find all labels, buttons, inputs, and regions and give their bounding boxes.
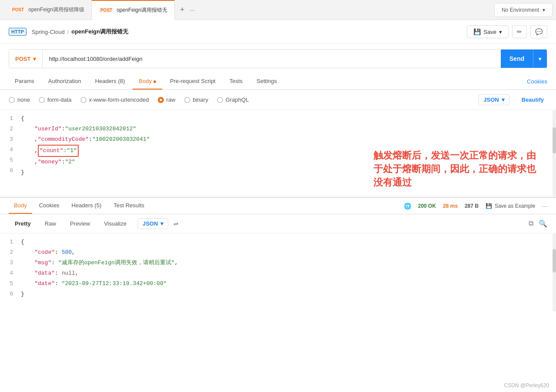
beautify-button[interactable]: Beautify <box>518 95 547 105</box>
body-graphql-label: GraphQL <box>226 96 249 103</box>
new-tab-button[interactable]: + <box>180 5 185 14</box>
body-formdata-label: form-data <box>47 96 72 103</box>
radio-binary <box>184 97 190 103</box>
send-label: Send <box>509 55 524 62</box>
body-urlencoded-option[interactable]: x-www-form-urlencoded <box>80 96 149 103</box>
tab-more-button[interactable]: ··· <box>190 7 195 13</box>
resp-code-line-2: "code": 500, <box>21 247 556 258</box>
globe-icon: 🌐 <box>404 203 411 209</box>
wrap-lines-icon[interactable]: ⇌ <box>173 220 179 227</box>
save-example-button[interactable]: 💾 Save as Example <box>486 203 535 209</box>
copy-button[interactable]: ⧉ <box>529 219 533 228</box>
tab-params[interactable]: Params <box>9 73 40 90</box>
breadcrumb: Spring-Cloud / openFeign调用报错无 <box>32 28 128 36</box>
tab-tests[interactable]: Tests <box>223 73 249 90</box>
body-binary-option[interactable]: binary <box>184 96 208 103</box>
line-num-6: 6 <box>4 166 13 176</box>
response-meta: 🌐 200 OK 28 ms 287 B 💾 Save as Example ·… <box>404 203 547 209</box>
breadcrumb-current: openFeign调用报错无 <box>71 28 128 36</box>
edit-icon: ✏ <box>517 28 522 35</box>
code-line-3: ,"commodityCode":"100202003032041" <box>21 134 556 145</box>
code-content[interactable]: { "userId":"user202103032042012" ,"commo… <box>17 113 556 193</box>
method-select[interactable]: POST ▾ <box>9 50 43 68</box>
resp-visualize-tab[interactable]: Visualize <box>98 218 133 229</box>
response-size: 287 B <box>465 203 479 209</box>
tab-label-2: openFeign调用报错无 <box>117 7 167 14</box>
tab-authorization[interactable]: Authorization <box>42 73 87 90</box>
resp-line-num-3: 3 <box>4 258 13 268</box>
tab-prerequest[interactable]: Pre-request Script <box>164 73 222 90</box>
tab-actions: + ··· <box>175 5 200 14</box>
line-num-5: 5 <box>4 155 13 166</box>
json-label: JSON <box>483 96 499 103</box>
body-graphql-option[interactable]: GraphQL <box>217 96 249 103</box>
resp-line-numbers: 1 2 3 4 5 6 <box>0 237 17 308</box>
line-num-2: 2 <box>4 124 13 134</box>
comment-button[interactable]: 💬 <box>530 25 547 38</box>
radio-urlencoded <box>80 97 87 103</box>
resp-tab-body[interactable]: Body <box>9 198 32 214</box>
search-button[interactable]: 🔍 <box>539 219 547 228</box>
json-chevron-icon: ▾ <box>502 96 505 103</box>
radio-none <box>9 97 15 103</box>
resp-tab-cookies[interactable]: Cookies <box>34 198 65 214</box>
env-label: No Environment <box>502 7 539 13</box>
resp-code-line-3: "msg": "减库存的openFeign调用失效，请稍后重试", <box>21 258 556 268</box>
editor-scrollbar[interactable] <box>553 110 556 197</box>
environment-selector[interactable]: No Environment ▾ <box>494 3 553 17</box>
save-icon: 💾 <box>473 28 481 35</box>
tab-inactive[interactable]: POST openFeign调用报错降级 <box>3 0 92 20</box>
radio-formdata <box>39 97 45 103</box>
breadcrumb-parent: Spring-Cloud <box>32 29 65 35</box>
body-dot-indicator <box>153 80 156 83</box>
send-dropdown-button[interactable]: ▾ <box>533 50 547 68</box>
resp-json-selector[interactable]: JSON ▾ <box>138 218 168 229</box>
resp-tab-tests[interactable]: Test Results <box>108 198 150 214</box>
resp-line-num-4: 4 <box>4 268 13 279</box>
comment-icon: 💬 <box>535 28 543 35</box>
json-format-selector[interactable]: JSON ▾ <box>479 94 509 105</box>
edit-button[interactable]: ✏ <box>512 25 527 38</box>
body-raw-option[interactable]: raw <box>158 96 176 103</box>
request-header: HTTP Spring-Cloud / openFeign调用报错无 💾 Sav… <box>0 20 556 44</box>
body-none-option[interactable]: none <box>9 96 30 103</box>
resp-code-line-6: } <box>21 289 556 299</box>
resp-code-content: { "code": 500, "msg": "减库存的openFeign调用失效… <box>17 237 556 308</box>
body-none-label: none <box>17 96 30 103</box>
resp-pretty-tab[interactable]: Pretty <box>9 218 37 229</box>
tab-active[interactable]: POST openFeign调用报错无 <box>92 0 175 20</box>
response-more-button[interactable]: ··· <box>542 203 547 209</box>
send-button[interactable]: Send <box>501 50 533 68</box>
body-formdata-option[interactable]: form-data <box>39 96 72 103</box>
tab-bar: POST openFeign调用报错降级 POST openFeign调用报错无… <box>0 0 556 20</box>
resp-scrollbar-thumb <box>553 249 556 272</box>
tab-label-1: openFeign调用报错降级 <box>28 6 84 13</box>
response-status: 200 OK <box>418 203 436 209</box>
line-num-3: 3 <box>4 134 13 145</box>
resp-code-line-1: { <box>21 237 556 247</box>
tab-settings[interactable]: Settings <box>250 73 283 90</box>
method-badge-2: POST <box>99 7 114 13</box>
save-button[interactable]: 💾 Save ▾ <box>467 25 509 38</box>
resp-raw-tab[interactable]: Raw <box>39 218 62 229</box>
resp-line-num-6: 6 <box>4 289 13 299</box>
resp-code-line-4: "data": null, <box>21 268 556 279</box>
response-body-editor: 1 2 3 4 5 6 { "code": 500, "msg": "减库存的o… <box>0 233 556 312</box>
tab-body[interactable]: Body <box>133 73 162 90</box>
response-section: Body Cookies Headers (5) Test Results 🌐 … <box>0 198 556 312</box>
line-num-4: 4 <box>4 145 13 155</box>
response-body-nav: Pretty Raw Preview Visualize JSON ▾ ⇌ ⧉ … <box>0 214 556 233</box>
resp-action-icons: ⧉ 🔍 <box>529 219 547 228</box>
cookies-button[interactable]: Cookies <box>527 78 547 85</box>
resp-scrollbar[interactable] <box>553 233 556 312</box>
tab-headers[interactable]: Headers (8) <box>89 73 131 90</box>
url-input[interactable] <box>43 50 500 68</box>
body-binary-label: binary <box>193 96 208 103</box>
resp-line-num-2: 2 <box>4 247 13 258</box>
resp-tab-headers[interactable]: Headers (5) <box>67 198 107 214</box>
code-editor-inner: 1 2 3 4 5 6 { "userId":"user202103032042… <box>0 110 556 197</box>
resp-code-line-5: "date": "2023-09-27T12:33:19.342+00:00" <box>21 279 556 289</box>
resp-preview-tab[interactable]: Preview <box>64 218 96 229</box>
resp-json-chevron-icon: ▾ <box>160 220 163 227</box>
radio-raw <box>158 97 164 103</box>
